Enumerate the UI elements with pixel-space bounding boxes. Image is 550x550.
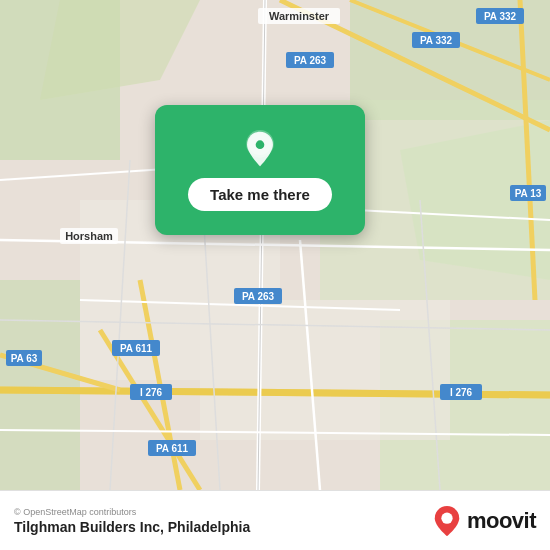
svg-text:PA 332: PA 332 xyxy=(420,35,453,46)
svg-text:I 276: I 276 xyxy=(140,387,163,398)
svg-text:Horsham: Horsham xyxy=(65,230,113,242)
action-card[interactable]: Take me there xyxy=(155,105,365,235)
moovit-brand-name: moovit xyxy=(467,508,536,534)
svg-text:PA 332: PA 332 xyxy=(484,11,517,22)
svg-rect-4 xyxy=(0,280,80,490)
take-me-there-button[interactable]: Take me there xyxy=(188,178,332,211)
bottom-left: © OpenStreetMap contributors Tilghman Bu… xyxy=(14,507,250,535)
map-attribution: © OpenStreetMap contributors xyxy=(14,507,250,517)
svg-point-57 xyxy=(441,512,452,523)
svg-text:PA 263: PA 263 xyxy=(294,55,327,66)
svg-text:PA 263: PA 263 xyxy=(242,291,275,302)
svg-rect-9 xyxy=(200,300,450,440)
bottom-bar: © OpenStreetMap contributors Tilghman Bu… xyxy=(0,490,550,550)
svg-point-56 xyxy=(256,140,265,149)
location-pin-icon xyxy=(241,130,279,168)
svg-text:PA 13: PA 13 xyxy=(515,188,542,199)
moovit-pin-icon xyxy=(433,505,461,537)
svg-text:PA 63: PA 63 xyxy=(11,353,38,364)
svg-text:PA 611: PA 611 xyxy=(120,343,153,354)
svg-text:Warminster: Warminster xyxy=(269,10,330,22)
svg-text:I 276: I 276 xyxy=(450,387,473,398)
moovit-logo: moovit xyxy=(433,505,536,537)
svg-text:PA 611: PA 611 xyxy=(156,443,189,454)
map-background: Warminster PA 263 PA 332 PA 332 PA 13 Ho… xyxy=(0,0,550,490)
location-title: Tilghman Builders Inc, Philadelphia xyxy=(14,519,250,535)
map-container: Warminster PA 263 PA 332 PA 332 PA 13 Ho… xyxy=(0,0,550,490)
